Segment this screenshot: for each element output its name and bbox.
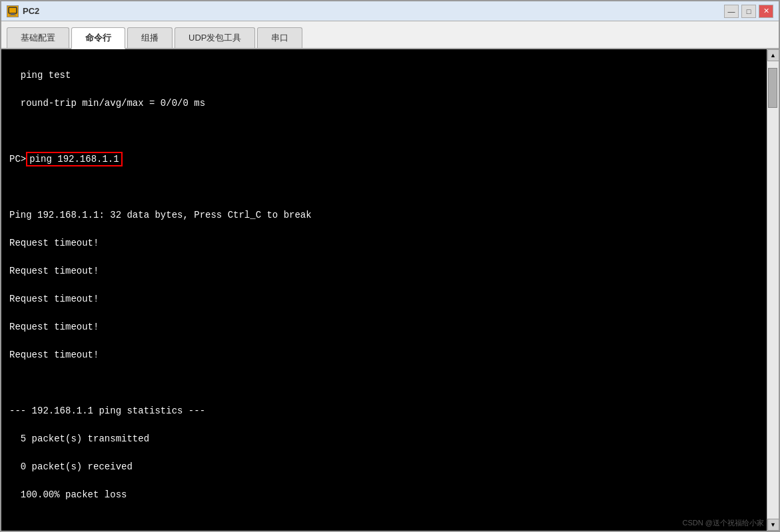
line-2: round-trip min/avg/max = 0/0/0 ms xyxy=(9,97,759,111)
line-blank-4 xyxy=(9,516,759,530)
tab-basic-config[interactable]: 基础配置 xyxy=(7,27,69,48)
tab-multicast[interactable]: 组播 xyxy=(127,27,173,48)
watermark: CSDN @送个祝福给小家 xyxy=(683,518,764,528)
main-window: PC2 — □ ✕ 基础配置 命令行 组播 UDP发包工具 串口 ping te… xyxy=(0,0,780,532)
svg-rect-2 xyxy=(9,15,16,15)
minimize-button[interactable]: — xyxy=(724,5,739,18)
svg-rect-0 xyxy=(9,7,17,13)
cmd1-highlight: ping 192.168.1.1 xyxy=(26,152,122,166)
line-stats1-rx: 0 packet(s) received xyxy=(9,460,759,474)
window-title: PC2 xyxy=(23,6,39,16)
line-timeout5: Request timeout! xyxy=(9,348,759,362)
line-timeout3: Request timeout! xyxy=(9,292,759,306)
line-blank-2 xyxy=(9,180,759,194)
title-bar: PC2 — □ ✕ xyxy=(1,1,779,21)
line-blank-3 xyxy=(9,376,759,390)
scrollbar-thumb[interactable] xyxy=(768,68,777,108)
scrollbar-track xyxy=(767,61,779,519)
tabs-bar: 基础配置 命令行 组播 UDP发包工具 串口 xyxy=(1,21,779,49)
window-controls: — □ ✕ xyxy=(724,5,773,18)
maximize-button[interactable]: □ xyxy=(741,5,756,18)
tab-serial[interactable]: 串口 xyxy=(257,27,302,48)
scrollbar: ▲ ▼ xyxy=(767,49,779,531)
line-stats1-header: --- 192.168.1.1 ping statistics --- xyxy=(9,404,759,418)
window-icon xyxy=(7,5,19,17)
scrollbar-up-button[interactable]: ▲ xyxy=(767,49,779,61)
line-1: ping test xyxy=(9,69,759,83)
title-left: PC2 xyxy=(7,5,39,17)
terminal-container: ping test round-trip min/avg/max = 0/0/0… xyxy=(1,49,779,531)
line-timeout4: Request timeout! xyxy=(9,320,759,334)
line-cmd1: PC>ping 192.168.1.1 xyxy=(9,152,759,166)
tab-udp-tool[interactable]: UDP发包工具 xyxy=(175,27,255,48)
svg-rect-1 xyxy=(11,13,15,15)
close-button[interactable]: ✕ xyxy=(759,5,773,18)
scrollbar-down-button[interactable]: ▼ xyxy=(767,519,779,531)
line-stats1-tx: 5 packet(s) transmitted xyxy=(9,432,759,446)
line-stats1-loss: 100.00% packet loss xyxy=(9,488,759,502)
line-timeout1: Request timeout! xyxy=(9,236,759,250)
line-blank-1 xyxy=(9,125,759,138)
terminal-output[interactable]: ping test round-trip min/avg/max = 0/0/0… xyxy=(1,49,767,531)
line-ping1-header: Ping 192.168.1.1: 32 data bytes, Press C… xyxy=(9,208,759,222)
tab-command-line[interactable]: 命令行 xyxy=(71,27,125,49)
line-timeout2: Request timeout! xyxy=(9,264,759,278)
